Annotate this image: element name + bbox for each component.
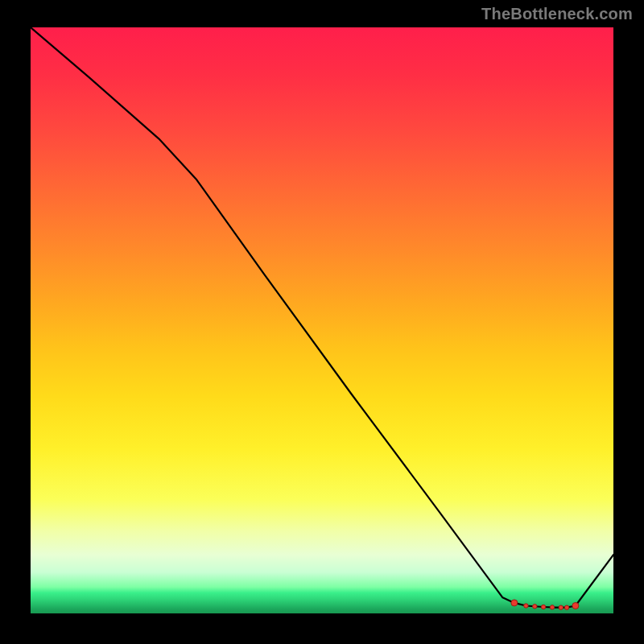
- highlight-dot: [524, 604, 528, 608]
- watermark-text: TheBottleneck.com: [481, 5, 633, 23]
- highlight-dot: [533, 605, 537, 609]
- highlight-dot: [550, 605, 554, 609]
- curve-path-group: [31, 27, 613, 608]
- highlight-dot: [564, 605, 568, 609]
- highlight-dot: [511, 600, 518, 606]
- highlight-dot: [541, 605, 545, 609]
- plot-area: [31, 27, 613, 613]
- curve-line: [31, 27, 613, 608]
- highlight-dot: [559, 605, 563, 609]
- chart-stage: TheBottleneck.com: [0, 0, 644, 644]
- highlight-dot: [572, 603, 579, 609]
- curve-svg: [31, 27, 613, 613]
